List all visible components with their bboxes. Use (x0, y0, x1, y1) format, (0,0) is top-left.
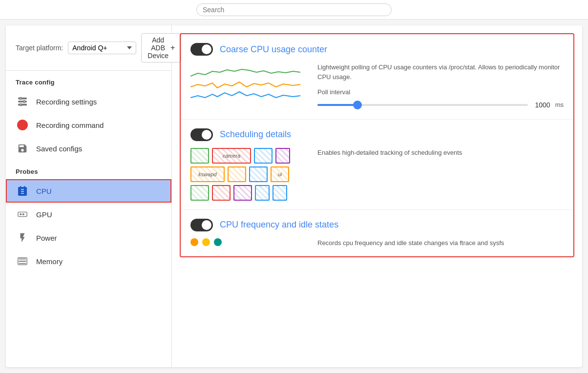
sched-box-5 (249, 166, 268, 182)
cpu-freq-body: Records cpu frequency and idle state cha… (190, 238, 564, 248)
sched-box-6 (190, 185, 209, 201)
sched-box-3 (275, 148, 290, 164)
freq-diagram (190, 238, 308, 246)
scheduling-toggle[interactable] (190, 128, 213, 141)
sidebar-item-memory[interactable]: Memory (6, 249, 171, 273)
power-label: Power (36, 234, 57, 242)
sched-box-9 (255, 185, 270, 201)
scheduling-title[interactable]: Scheduling details (220, 129, 291, 140)
save-icon (16, 142, 29, 155)
poll-value: 1000 (533, 100, 550, 110)
poll-interval: Poll interval 1000 ms (317, 87, 564, 110)
coarse-cpu-desc: Lightweight polling of CPU usage counter… (317, 62, 564, 110)
memory-icon (16, 254, 29, 268)
cpu-freq-probe: CPU frequency and idle states Records cp… (181, 210, 573, 257)
sched-diagram: camera kswapd ui (190, 148, 308, 201)
sched-row-3 (190, 185, 308, 201)
sched-box-10 (273, 185, 287, 201)
cpu-freq-desc: Records cpu frequency and idle state cha… (317, 238, 564, 248)
sched-box-7 (212, 185, 231, 201)
svg-rect-8 (22, 213, 24, 215)
scheduling-probe: Scheduling details camera (181, 120, 573, 210)
sidebar-item-recording-command[interactable]: Recording command (6, 113, 171, 137)
sched-box-camera: camera (212, 148, 251, 164)
svg-point-4 (23, 101, 25, 103)
platform-select[interactable]: Android Q+ Android P Linux (68, 41, 136, 54)
platform-row: Target platform: Android Q+ Android P Li… (6, 25, 171, 71)
coarse-cpu-header: Coarse CPU usage counter (190, 43, 564, 56)
sched-box-2 (254, 148, 273, 164)
sidebar-item-recording-settings[interactable]: Recording settings (6, 90, 171, 113)
recording-command-label: Recording command (36, 121, 104, 129)
coarse-cpu-toggle[interactable] (190, 43, 213, 56)
sidebar: Target platform: Android Q+ Android P Li… (6, 25, 172, 367)
gpu-icon (16, 207, 29, 221)
poll-unit: ms (555, 100, 564, 110)
sched-row-2: kswapd ui (190, 166, 308, 182)
scheduling-body: camera kswapd ui (190, 148, 564, 201)
power-icon (16, 231, 29, 245)
svg-point-3 (20, 98, 22, 100)
main-content: Coarse CPU usage counter (172, 25, 582, 367)
cpu-freq-title[interactable]: CPU frequency and idle states (220, 220, 338, 230)
freq-dot-2 (202, 238, 210, 246)
coarse-cpu-probe: Coarse CPU usage counter (181, 34, 573, 120)
poll-label: Poll interval (317, 87, 564, 97)
saved-configs-label: Saved configs (36, 145, 82, 153)
sched-row-1: camera (190, 148, 308, 164)
probe-section: Coarse CPU usage counter (180, 33, 574, 257)
platform-label: Target platform: (16, 44, 63, 52)
cpu-label: CPU (36, 187, 52, 195)
slider-fill (317, 104, 356, 106)
record-icon (16, 118, 29, 132)
cpu-freq-toggle[interactable] (190, 219, 213, 231)
cpu-icon (16, 184, 29, 198)
scheduling-desc: Enables high-detailed tracking of schedu… (317, 148, 564, 158)
cpu-freq-visual (190, 238, 308, 246)
freq-dot-1 (190, 238, 198, 246)
sidebar-item-cpu[interactable]: CPU (6, 179, 171, 203)
coarse-cpu-body: Lightweight polling of CPU usage counter… (190, 62, 564, 110)
sidebar-item-power[interactable]: Power (6, 226, 171, 249)
add-device-label: Add ADB Device (147, 36, 168, 60)
sidebar-item-gpu[interactable]: GPU (6, 203, 171, 226)
settings-icon (16, 95, 29, 108)
freq-dot-3 (214, 238, 222, 246)
slider-row: 1000 ms (317, 100, 564, 110)
top-bar (0, 0, 588, 20)
scheduling-visual: camera kswapd ui (190, 148, 308, 201)
sched-box-kswapd: kswapd (190, 166, 225, 182)
sched-box-8 (233, 185, 252, 201)
svg-rect-7 (20, 213, 22, 215)
main-container: Target platform: Android Q+ Android P Li… (6, 25, 582, 367)
recording-settings-label: Recording settings (36, 98, 97, 106)
sidebar-item-saved-configs[interactable]: Saved configs (6, 137, 171, 160)
cpu-freq-header: CPU frequency and idle states (190, 219, 564, 231)
search-input[interactable] (196, 3, 392, 16)
scheduling-header: Scheduling details (190, 128, 564, 141)
sched-box-1 (190, 148, 209, 164)
coarse-cpu-title[interactable]: Coarse CPU usage counter (220, 44, 327, 55)
probes-section-label: Probes (6, 160, 171, 179)
memory-label: Memory (36, 257, 63, 266)
svg-point-5 (20, 104, 22, 106)
trace-config-section-label: Trace config (6, 71, 171, 90)
slider-thumb[interactable] (353, 101, 362, 109)
slider-track (317, 104, 528, 106)
coarse-cpu-visual (190, 62, 308, 108)
sched-box-ui: ui (271, 166, 289, 182)
sched-box-4 (228, 166, 246, 182)
gpu-label: GPU (36, 210, 52, 219)
